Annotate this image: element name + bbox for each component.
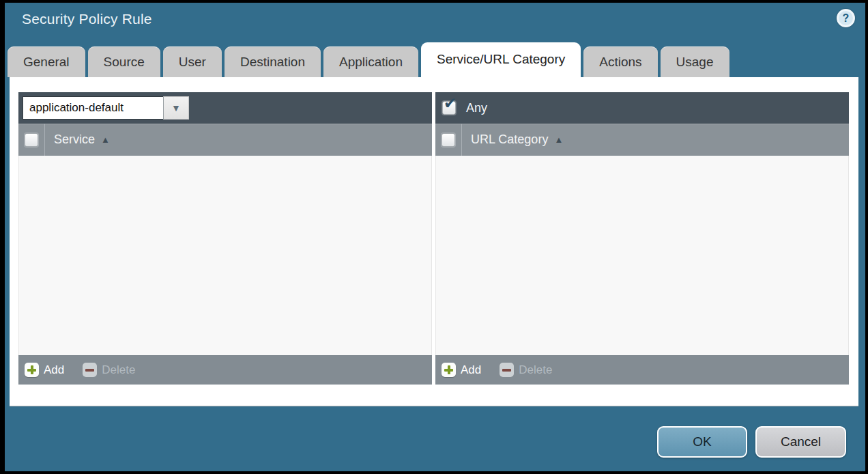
tab-usage[interactable]: Usage: [661, 46, 729, 77]
url-category-list-body[interactable]: [435, 156, 849, 355]
url-category-column-label[interactable]: URL Category: [471, 133, 548, 147]
service-type-combo: ▼: [23, 96, 189, 120]
tab-source[interactable]: Source: [88, 46, 160, 77]
tab-user[interactable]: User: [163, 46, 222, 77]
delete-minus-icon: [83, 363, 97, 377]
service-footer: Add Delete: [18, 355, 432, 385]
url-category-toolbar: ✔ Any: [435, 92, 849, 124]
service-type-input[interactable]: [23, 96, 163, 120]
url-category-select-all-cell: [435, 124, 462, 156]
tab-actions[interactable]: Actions: [583, 46, 657, 77]
service-column-label[interactable]: Service: [54, 133, 95, 147]
url-category-footer: Add Delete: [435, 355, 849, 385]
check-icon: ✔: [444, 96, 457, 111]
sort-ascending-icon[interactable]: ▲: [554, 135, 563, 145]
service-panel: ▼ Service ▲ Add Delete: [18, 92, 432, 385]
url-category-delete-button[interactable]: Delete: [500, 363, 552, 377]
chevron-down-icon: ▼: [171, 102, 181, 113]
delete-button-label: Delete: [519, 363, 552, 377]
any-checkbox[interactable]: ✔: [442, 101, 456, 115]
dialog-title: Security Policy Rule: [22, 11, 152, 27]
add-plus-icon: [25, 363, 39, 377]
service-delete-button[interactable]: Delete: [83, 363, 135, 377]
help-icon[interactable]: ?: [837, 9, 855, 27]
url-category-add-button[interactable]: Add: [442, 363, 481, 377]
any-checkbox-label: Any: [466, 101, 487, 115]
url-category-panel: ✔ Any URL Category ▲ Add: [435, 92, 849, 385]
delete-button-label: Delete: [102, 363, 135, 377]
tab-general[interactable]: General: [8, 46, 85, 77]
add-button-label: Add: [44, 363, 64, 377]
service-select-all-checkbox[interactable]: [25, 133, 38, 147]
service-column-header: Service ▲: [18, 124, 432, 156]
service-type-dropdown-button[interactable]: ▼: [163, 96, 189, 120]
ok-button[interactable]: OK: [657, 426, 747, 458]
service-select-all-cell: [18, 124, 45, 156]
url-category-column-header: URL Category ▲: [435, 124, 849, 156]
service-toolbar: ▼: [18, 92, 432, 124]
tab-content: ▼ Service ▲ Add Delete: [10, 77, 858, 406]
tab-bar: General Source User Destination Applicat…: [8, 42, 729, 77]
tab-application[interactable]: Application: [323, 46, 418, 77]
url-category-select-all-checkbox[interactable]: [442, 133, 455, 147]
tab-service-url-category[interactable]: Service/URL Category: [421, 42, 581, 80]
service-add-button[interactable]: Add: [25, 363, 64, 377]
service-list-body[interactable]: [18, 156, 432, 355]
any-row: ✔ Any: [439, 101, 487, 115]
delete-minus-icon: [500, 363, 514, 377]
add-button-label: Add: [461, 363, 481, 377]
sort-ascending-icon[interactable]: ▲: [101, 135, 110, 145]
cancel-button[interactable]: Cancel: [755, 426, 846, 458]
tab-destination[interactable]: Destination: [225, 46, 321, 77]
add-plus-icon: [442, 363, 456, 377]
